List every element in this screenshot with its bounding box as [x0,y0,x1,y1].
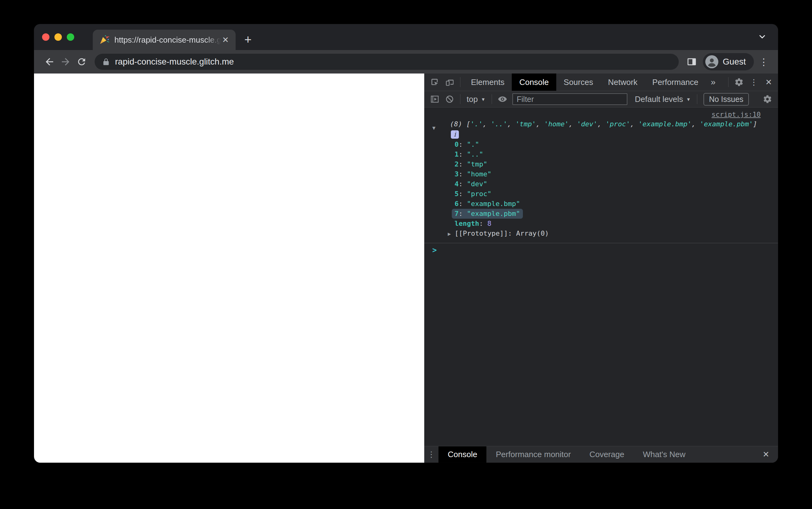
filter-input[interactable] [512,93,627,105]
more-tabs-icon[interactable]: » [706,77,720,87]
length-value: 8 [487,219,491,227]
address-bar[interactable]: rapid-concise-muscle.glitch.me [95,54,679,70]
devtools-drawer: ⋮ Console Performance monitor Coverage W… [424,446,778,463]
divider [728,77,728,87]
console-array-preview[interactable]: (8) ['.', '..', 'tmp', 'home', 'dev', 'p… [424,119,778,129]
console-toolbar: top ▼ Default levels ▼ No Issues [424,91,778,107]
console-array-item: 7: "example.pbm" [424,209,778,219]
back-icon[interactable] [41,54,58,70]
array-length-row: length: 8 [424,219,778,229]
console-prompt[interactable]: > [424,243,778,254]
divider [697,94,697,104]
clear-console-icon[interactable] [442,91,457,107]
console-array-item: 2: "tmp" [424,159,778,169]
prototype-value: Array(0) [516,230,549,237]
close-window-button[interactable] [42,33,50,41]
console-log-entry: script.js:10 ▼ (8) ['.', '..', 'tmp', 'h… [424,110,778,238]
browser-menu-kebab-icon[interactable]: ⋮ [757,54,771,70]
page-viewport[interactable] [34,73,424,463]
avatar-icon [705,55,718,68]
divider [460,94,461,104]
source-link[interactable]: script.js:10 [712,110,761,118]
tab-sources[interactable]: Sources [556,73,600,91]
window-content: Elements Console Sources Network Perform… [34,73,778,463]
forward-icon[interactable] [58,54,73,70]
tab-close-icon[interactable]: ✕ [221,35,230,45]
browser-tab[interactable]: https://rapid-concise-muscle.g ✕ [93,30,236,50]
console-sidebar-icon[interactable] [427,91,442,107]
divider [492,94,492,104]
live-expression-eye-icon[interactable] [495,91,510,107]
side-panel-icon[interactable] [684,54,700,70]
drawer-tab-whats-new[interactable]: What's New [633,446,695,463]
console-array-item: 5: "proc" [424,189,778,199]
chevron-down-icon: ▼ [686,97,691,102]
console-output[interactable]: script.js:10 ▼ (8) ['.', '..', 'tmp', 'h… [424,107,778,446]
browser-window: https://rapid-concise-muscle.g ✕ + rapid… [34,24,778,463]
context-selector-label: top [467,95,478,104]
devtools-tab-bar: Elements Console Sources Network Perform… [424,73,778,91]
drawer-close-icon[interactable]: ✕ [754,450,778,459]
prompt-chevron-icon: > [432,246,437,254]
length-label: length [455,219,479,227]
prototype-label: [[Prototype]] [455,230,508,237]
tab-elements[interactable]: Elements [464,73,512,91]
devtools-settings-gear-icon[interactable] [731,73,746,91]
divider [460,77,461,87]
context-selector[interactable]: top ▼ [464,95,489,104]
minimize-window-button[interactable] [55,33,62,41]
console-settings-gear-icon[interactable] [760,91,775,107]
tab-strip: https://rapid-concise-muscle.g ✕ + [34,24,778,50]
console-array-item: 3: "home" [424,169,778,179]
prototype-row[interactable]: ▶[[Prototype]]: Array(0) [424,229,778,238]
array-expander-icon[interactable]: ▼ [432,125,435,131]
log-levels-selector[interactable]: Default levels ▼ [632,95,694,104]
profile-label: Guest [723,57,746,67]
evaluated-value-info-icon: i [451,130,459,139]
new-tab-button[interactable]: + [241,32,255,47]
devtools-menu-kebab-icon[interactable]: ⋮ [746,73,761,91]
chevron-down-icon: ▼ [481,97,486,102]
zoom-window-button[interactable] [67,33,74,41]
console-array-item: 1: ".." [424,149,778,159]
console-info-row: i [424,129,778,140]
issues-counter[interactable]: No Issues [704,93,749,106]
tab-network[interactable]: Network [600,73,645,91]
drawer-tab-performance-monitor[interactable]: Performance monitor [487,446,580,463]
inspect-element-icon[interactable] [427,73,442,91]
devtools-close-icon[interactable]: ✕ [761,73,776,91]
devtools-panel: Elements Console Sources Network Perform… [424,73,778,463]
drawer-tab-coverage[interactable]: Coverage [580,446,633,463]
url-text: rapid-concise-muscle.glitch.me [115,57,234,67]
tab-performance[interactable]: Performance [645,73,706,91]
console-array-item: 4: "dev" [424,179,778,189]
lock-icon[interactable] [102,58,110,66]
tab-title: https://rapid-concise-muscle.g [115,35,221,45]
reload-icon[interactable] [73,54,90,70]
prototype-expander-icon[interactable]: ▶ [448,231,451,237]
console-array-item: 0: "." [424,140,778,149]
drawer-tab-console[interactable]: Console [438,446,487,463]
traffic-lights [34,24,93,50]
drawer-menu-kebab-icon[interactable]: ⋮ [424,450,438,459]
tab-search-chevron-icon[interactable] [757,32,767,41]
console-array-items: 0: "."1: ".."2: "tmp"3: "home"4: "dev"5:… [424,140,778,219]
log-levels-label: Default levels [635,95,683,104]
tab-console[interactable]: Console [512,73,556,91]
profile-button[interactable]: Guest [703,53,754,70]
browser-toolbar: rapid-concise-muscle.glitch.me Guest ⋮ [34,50,778,73]
device-toolbar-icon[interactable] [442,73,457,91]
party-popper-favicon-icon [99,35,110,45]
console-source-row: script.js:10 [424,110,778,119]
console-array-item: 6: "example.bmp" [424,199,778,209]
devtools-tab-bar-right: ⋮ ✕ [725,73,776,91]
